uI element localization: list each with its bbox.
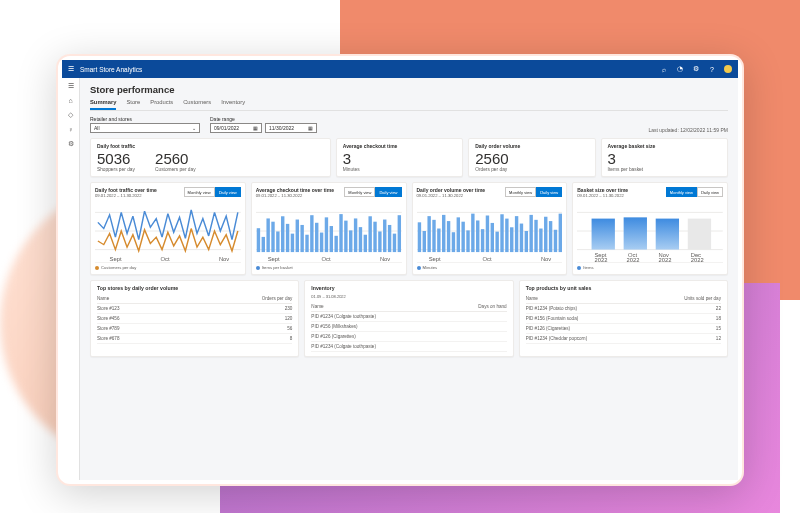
svg-rect-26: [339, 214, 342, 252]
app-header: ☰ Smart Store Analytics ⌕ ◔ ⚙ ?: [62, 60, 738, 78]
svg-rect-63: [505, 219, 508, 252]
svg-rect-11: [266, 218, 269, 252]
sidebar: ☰ ⌂ ◇ ♀ ⚙: [62, 78, 80, 480]
nav-bulb-icon[interactable]: ♀: [68, 126, 73, 133]
kpi-value: 3: [343, 150, 456, 167]
help-icon[interactable]: ?: [708, 65, 716, 73]
svg-rect-56: [471, 214, 474, 252]
svg-rect-67: [524, 231, 527, 252]
retailer-select[interactable]: All ⌄: [90, 123, 200, 133]
table-row[interactable]: Store #456120: [97, 314, 292, 324]
kpi-value: 3: [608, 150, 721, 167]
svg-rect-10: [261, 237, 264, 252]
svg-rect-51: [446, 221, 449, 252]
svg-rect-71: [544, 217, 547, 252]
table-row[interactable]: Store #123230: [97, 304, 292, 314]
kpi-value: 5036: [97, 150, 135, 167]
date-from-input[interactable]: 09/01/2022▦: [210, 123, 262, 133]
nav-tag-icon[interactable]: ◇: [68, 111, 73, 119]
svg-rect-81: [592, 219, 615, 250]
svg-text:Oct: Oct: [482, 256, 492, 261]
svg-text:Oct: Oct: [321, 256, 331, 261]
chevron-down-icon: ⌄: [192, 125, 196, 131]
app-title: Smart Store Analytics: [80, 66, 142, 73]
view-toggle[interactable]: Monthly viewDaily view: [184, 187, 241, 197]
view-toggle[interactable]: Monthly viewDaily view: [505, 187, 562, 197]
chart-sub: 09.01.2022 – 11.30.2022: [256, 193, 334, 198]
avatar[interactable]: [724, 65, 732, 73]
svg-text:2022: 2022: [627, 257, 640, 262]
tab-store[interactable]: Store: [126, 99, 140, 110]
svg-rect-37: [393, 234, 396, 252]
table-row: Top stores by daily order volume NameOrd…: [90, 280, 728, 357]
svg-rect-33: [373, 222, 376, 252]
table-row[interactable]: PID #156 (Fountain soda)18: [526, 314, 721, 324]
tab-products[interactable]: Products: [150, 99, 173, 110]
table-row[interactable]: PID #126 (Cigarettes): [311, 332, 506, 342]
svg-rect-36: [388, 225, 391, 252]
svg-rect-38: [397, 215, 400, 252]
date-to-input[interactable]: 11/30/2022▦: [265, 123, 317, 133]
chart-traffic: Daily foot traffic over time09.01.2022 –…: [90, 182, 246, 275]
table-stores: Top stores by daily order volume NameOrd…: [90, 280, 299, 357]
table-row[interactable]: PID #1234 (Potato chips)22: [526, 304, 721, 314]
view-toggle[interactable]: Monthly viewDaily view: [666, 187, 723, 197]
view-toggle[interactable]: Monthly viewDaily view: [344, 187, 401, 197]
svg-text:Oct: Oct: [161, 256, 171, 261]
svg-rect-82: [624, 217, 647, 249]
chart-legend: Customers per day: [95, 262, 241, 270]
kpi-title: Daily foot traffic: [97, 143, 135, 149]
svg-rect-22: [320, 233, 323, 253]
gear-icon[interactable]: ⚙: [692, 65, 700, 73]
svg-rect-68: [529, 215, 532, 252]
chart-orders: Daily order volume over time09.01.2022 –…: [412, 182, 568, 275]
app-screen: ☰ Smart Store Analytics ⌕ ◔ ⚙ ? ☰ ⌂ ◇ ♀ …: [62, 60, 738, 480]
svg-rect-65: [514, 216, 517, 252]
svg-rect-9: [256, 228, 259, 252]
svg-rect-35: [383, 220, 386, 253]
kpi-sub: Items per basket: [608, 167, 721, 172]
nav-settings-icon[interactable]: ⚙: [68, 140, 74, 148]
kpi-value: 2560: [155, 150, 196, 167]
search-icon[interactable]: ⌕: [660, 65, 668, 73]
chart-sub: 09.01.2022 – 11.30.2022: [417, 193, 486, 198]
calendar-icon: ▦: [253, 125, 258, 131]
svg-rect-66: [519, 224, 522, 253]
retailer-label: Retailer and stores: [90, 116, 200, 122]
svg-text:Sept: Sept: [428, 256, 441, 261]
tab-inventory[interactable]: Inventory: [221, 99, 245, 110]
nav-home-icon[interactable]: ⌂: [68, 97, 72, 104]
chart-sub: 09.01.2022 – 11.30.2022: [95, 193, 157, 198]
kpi-sub: Shoppers per day: [97, 167, 135, 172]
main-content: Store performance Summary Store Products…: [80, 78, 738, 480]
svg-rect-73: [553, 230, 556, 252]
svg-text:Nov: Nov: [219, 256, 230, 261]
tab-customers[interactable]: Customers: [183, 99, 211, 110]
kpi-basket: Average basket size 3 Items per basket: [601, 138, 728, 177]
page-title: Store performance: [90, 84, 728, 95]
bell-icon[interactable]: ◔: [676, 65, 684, 73]
nav-menu-icon[interactable]: ☰: [68, 82, 74, 90]
svg-rect-46: [422, 231, 425, 252]
chart-checkout: Average checkout time over time09.01.202…: [251, 182, 407, 275]
table-title: Top stores by daily order volume: [97, 285, 292, 291]
svg-rect-52: [451, 232, 454, 252]
table-row[interactable]: PID #1234 (Cheddar popcorn)12: [526, 334, 721, 344]
table-row[interactable]: PID #126 (Cigarettes)15: [526, 324, 721, 334]
tabs: Summary Store Products Customers Invento…: [90, 99, 728, 111]
svg-rect-30: [359, 227, 362, 252]
chart-legend: Items per basket: [256, 262, 402, 270]
svg-rect-25: [334, 236, 337, 252]
table-row[interactable]: Store #78956: [97, 324, 292, 334]
table-row[interactable]: PID #1234 (Colgate toothpaste): [311, 312, 506, 322]
kpi-value: 2560: [475, 150, 588, 167]
table-row[interactable]: PID #1234 (Colgate toothpaste): [311, 342, 506, 352]
svg-rect-48: [432, 220, 435, 252]
chart-basket: Basket size over time09.01.2022 – 11.30.…: [572, 182, 728, 275]
table-row[interactable]: Store #6788: [97, 334, 292, 344]
svg-rect-13: [276, 231, 279, 252]
table-title: Inventory: [311, 285, 506, 291]
menu-icon[interactable]: ☰: [68, 65, 74, 73]
table-row[interactable]: PID #156 (Milkshakes): [311, 322, 506, 332]
tab-summary[interactable]: Summary: [90, 99, 116, 110]
